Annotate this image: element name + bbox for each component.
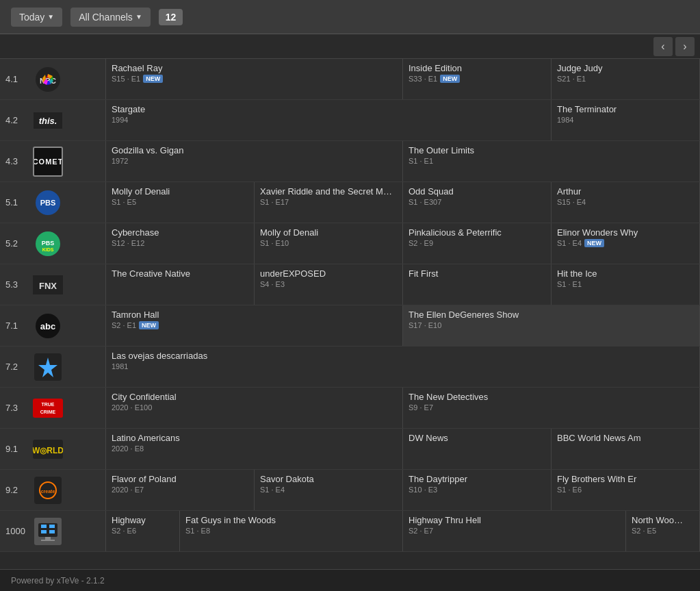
program-block[interactable]: City Confidential2020 · E100 (106, 388, 403, 428)
channel-number: 4.1 (5, 74, 27, 84)
program-sub: S4 · E3 (260, 280, 397, 288)
program-title: Xavier Riddle and the Secret Museum (260, 186, 397, 197)
channel-number: 9.1 (5, 444, 27, 454)
program-sub: S1 · E4NEW (557, 239, 694, 247)
program-block[interactable]: The Terminator1984 (552, 100, 700, 140)
program-title: Pinkalicious & Peterrific (409, 227, 545, 238)
program-sub: 1972 (112, 157, 397, 165)
program-block[interactable]: Xavier Riddle and the Secret MuseumS1 · … (255, 182, 403, 223)
program-block[interactable]: Flavor of Poland2020 · E7 (106, 470, 255, 510)
today-button[interactable]: Today ▼ (11, 8, 62, 27)
program-title: The New Detectives (409, 392, 694, 402)
program-block[interactable]: DW News (403, 429, 552, 469)
program-block[interactable]: Odd SquadS1 · E307 (403, 182, 552, 223)
channel-row: 7.2 Las ovejas descarriadas1981 (0, 347, 700, 388)
program-title: Molly of Denali (112, 186, 248, 197)
channel-info-5.2: 5.2 PBS KIDS (0, 223, 106, 264)
program-sub: S1 · E1 (409, 157, 694, 165)
program-block[interactable]: Tamron HallS2 · E1NEW (106, 305, 403, 346)
programs-area: HighwayS2 · E6Fat Guys in the WoodsS1 · … (106, 511, 700, 551)
program-sub: 1984 (557, 116, 694, 124)
program-block[interactable]: Pinkalicious & PeterrificS2 · E9 (403, 223, 552, 264)
svg-text:PBS: PBS (40, 199, 56, 207)
program-title: Highway (112, 515, 174, 525)
channel-number: 7.3 (5, 403, 27, 413)
channel-logo-pbs: PBS (33, 188, 63, 218)
channel-number: 5.2 (5, 238, 27, 249)
program-sub: S15 · E1NEW (112, 75, 397, 83)
program-block[interactable]: The New DetectivesS9 · E7 (403, 388, 700, 428)
program-block[interactable]: Fly Brothers With ErS1 · E6 (552, 470, 700, 510)
svg-rect-30 (41, 540, 55, 541)
program-block[interactable]: Fat Guys in the WoodsS1 · E8 (180, 511, 403, 551)
program-title: Molly of Denali (260, 227, 397, 238)
program-block[interactable]: underEXPOSEDS4 · E3 (255, 264, 403, 305)
channels-label: All Channels (79, 12, 133, 23)
program-block[interactable]: The DaytripperS10 · E3 (403, 470, 552, 510)
program-block[interactable]: The Creative Native (106, 264, 255, 305)
program-block[interactable]: The Ellen DeGeneres ShowS17 · E10 (403, 305, 700, 346)
program-sub: S33 · E1NEW (409, 75, 545, 83)
program-sub: S2 · E9 (409, 239, 545, 247)
program-title: underEXPOSED (260, 268, 397, 279)
program-block[interactable]: Stargate1994 (106, 100, 552, 140)
programs-area: City Confidential2020 · E100The New Dete… (106, 388, 700, 428)
program-block[interactable]: Inside EditionS33 · E1NEW (403, 59, 552, 99)
svg-text:FNX: FNX (39, 281, 57, 291)
program-sub: S10 · E3 (409, 486, 545, 494)
channels-arrow-icon: ▼ (135, 13, 142, 21)
program-sub: S15 · E4 (557, 198, 694, 206)
program-sub: S2 · E7 (409, 527, 620, 535)
all-channels-button[interactable]: All Channels ▼ (70, 8, 151, 27)
nav-prev-button[interactable]: ‹ (653, 37, 673, 56)
program-block[interactable]: Hit the IceS1 · E1 (552, 264, 700, 305)
program-title: The Terminator (557, 104, 694, 114)
program-block[interactable]: Godzilla vs. Gigan1972 (106, 141, 403, 181)
program-sub: 1981 (112, 362, 694, 370)
program-block[interactable]: BBC World News Am (552, 429, 700, 469)
program-block[interactable]: Las ovejas descarriadas1981 (106, 347, 700, 387)
program-sub: 2020 · E8 (112, 444, 397, 453)
program-title: North Woo… (632, 515, 694, 525)
program-block[interactable]: ArthurS15 · E4 (552, 182, 700, 223)
program-title: The Outer Limits (409, 145, 694, 155)
program-title: Las ovejas descarriadas (112, 351, 694, 361)
program-block[interactable]: North Woo…S2 · E5 (626, 511, 700, 551)
program-block[interactable]: CyberchaseS12 · E12 (106, 223, 255, 264)
program-sub: S1 · E4 (260, 486, 397, 494)
channel-info-7.1: 7.1 abc (0, 305, 106, 346)
program-sub: S2 · E5 (632, 527, 694, 535)
programs-area: Godzilla vs. Gigan1972The Outer LimitsS1… (106, 141, 700, 181)
program-block[interactable]: HighwayS2 · E6 (106, 511, 180, 551)
program-sub: S17 · E10 (409, 321, 694, 329)
program-sub: S9 · E7 (409, 403, 694, 412)
powered-by-label: Powered by xTeVe - 2.1.2 (11, 576, 105, 586)
channel-row: 4.1 NBC Rachael RayS15 · E1NEWInside Edi… (0, 59, 700, 100)
channel-number: 7.1 (5, 320, 27, 331)
program-block[interactable]: Highway Thru HellS2 · E7 (403, 511, 626, 551)
program-block[interactable]: Rachael RayS15 · E1NEW (106, 59, 403, 99)
programs-area: Stargate1994The Terminator1984 (106, 100, 700, 140)
channel-row: 9.2 create Flavor of Poland2020 · E7Savo… (0, 470, 700, 511)
program-block[interactable]: Savor DakotaS1 · E4 (255, 470, 403, 510)
channel-info-7.2: 7.2 (0, 347, 106, 387)
channel-number: 9.2 (5, 485, 27, 495)
program-block[interactable]: Fit First (403, 264, 552, 305)
program-block[interactable]: Latino Americans2020 · E8 (106, 429, 403, 469)
program-block[interactable]: Molly of DenaliS1 · E5 (106, 182, 255, 223)
program-title: DW News (409, 433, 545, 443)
program-sub: S1 · E6 (557, 486, 694, 494)
nav-next-button[interactable]: › (675, 37, 695, 56)
channel-number: 4.3 (5, 156, 27, 166)
channel-row: 5.2 PBS KIDS CyberchaseS12 · E12Molly of… (0, 223, 700, 264)
program-block[interactable]: Molly of DenaliS1 · E10 (255, 223, 403, 264)
program-block[interactable]: The Outer LimitsS1 · E1 (403, 141, 700, 181)
bottom-bar: Powered by xTeVe - 2.1.2 (0, 569, 700, 591)
program-block[interactable]: Elinor Wonders WhyS1 · E4NEW (552, 223, 700, 264)
channel-logo-truecrime: TRUE CRIME (33, 393, 63, 423)
badge-new: NEW (440, 75, 460, 83)
program-block[interactable]: Judge JudyS21 · E1 (552, 59, 700, 99)
program-title: Highway Thru Hell (409, 515, 620, 525)
channel-row: 4.2this.Stargate1994The Terminator1984 (0, 100, 700, 141)
program-title: The Daytripper (409, 474, 545, 484)
